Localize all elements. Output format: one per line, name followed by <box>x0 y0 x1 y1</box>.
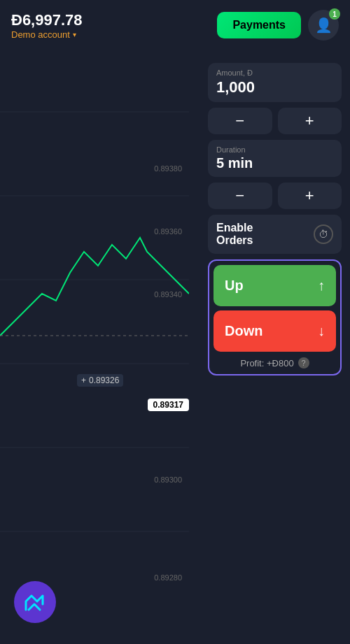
user-icon: 👤 <box>315 17 332 34</box>
payments-button[interactable]: Payments <box>217 12 301 38</box>
demo-account-selector[interactable]: Demo account ▾ <box>11 29 83 40</box>
duration-increase-button[interactable]: + <box>278 183 342 209</box>
logo <box>14 581 56 623</box>
amount-display: Amount, Đ 1,000 <box>208 63 342 102</box>
profit-row: Profit: +Đ800 ? <box>214 356 336 370</box>
right-panel: Amount, Đ 1,000 − + Duration 5 min − + E… <box>200 56 350 382</box>
current-price-tag: 0.89317 <box>148 399 189 411</box>
profit-help-button[interactable]: ? <box>298 357 309 368</box>
profit-text: Profit: +Đ800 <box>240 358 293 368</box>
up-button[interactable]: Up ↑ <box>214 265 336 306</box>
header: Đ6,997.78 Demo account ▾ Payments 👤 1 <box>0 0 350 50</box>
chevron-down-icon: ▾ <box>73 31 76 38</box>
chart-area: 0.89380 0.89360 0.89340 0.89300 0.89280 … <box>0 56 189 644</box>
price-label-2: 0.89360 <box>154 227 182 236</box>
down-arrow-icon: ↓ <box>318 323 325 339</box>
down-button[interactable]: Down ↓ <box>214 310 336 352</box>
duration-value: 5 min <box>216 155 333 171</box>
chart-svg <box>0 56 189 644</box>
enable-orders-button[interactable]: EnableOrders ⏱ <box>208 215 342 254</box>
amount-decrease-button[interactable]: − <box>208 108 272 134</box>
balance-display: Đ6,997.78 <box>11 11 83 29</box>
crosshair-icon: + <box>81 375 86 385</box>
duration-decrease-button[interactable]: − <box>208 183 272 209</box>
price-label-5: 0.89300 <box>154 475 182 484</box>
crosshair-label: + 0.89326 <box>77 374 123 387</box>
crosshair-value: 0.89326 <box>89 375 119 385</box>
trade-container: Up ↑ Down ↓ Profit: +Đ800 ? <box>208 259 342 375</box>
duration-label: Duration <box>216 145 333 154</box>
duration-display: Duration 5 min <box>208 140 342 177</box>
price-label-3: 0.89340 <box>154 290 182 299</box>
enable-orders-label: EnableOrders <box>216 222 253 247</box>
up-arrow-icon: ↑ <box>318 278 325 294</box>
amount-increase-button[interactable]: + <box>278 108 342 134</box>
amount-value: 1,000 <box>216 78 333 96</box>
price-label-1: 0.89380 <box>154 164 182 173</box>
amount-stepper-row: − + <box>208 108 342 134</box>
avatar-wrapper[interactable]: 👤 1 <box>308 10 339 41</box>
duration-stepper-row: − + <box>208 183 342 209</box>
down-label: Down <box>225 323 262 339</box>
notification-badge: 1 <box>329 8 340 20</box>
up-label: Up <box>225 278 244 294</box>
logo-icon <box>20 587 50 617</box>
clock-icon: ⏱ <box>314 224 333 244</box>
amount-label: Amount, Đ <box>216 69 333 77</box>
header-right: Payments 👤 1 <box>217 10 339 41</box>
account-info: Đ6,997.78 Demo account ▾ <box>11 11 83 40</box>
price-label-6: 0.89280 <box>154 573 182 582</box>
